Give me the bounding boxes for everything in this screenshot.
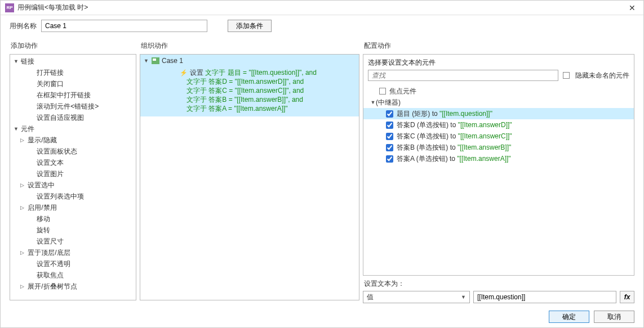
tree-item[interactable]: 旋转 bbox=[10, 224, 136, 236]
action-line: 文字于 答案C = "[[Item.answerC]]", and bbox=[144, 86, 356, 95]
organize-action-col: 组织动作 Case 1 ⚡设置 文字于 题目 = "[[Item.questio… bbox=[140, 39, 359, 303]
checkbox[interactable] bbox=[386, 122, 393, 129]
tree-item[interactable]: 启用/禁用 bbox=[10, 202, 136, 213]
action-line: 文字于 答案B = "[[Item.answerB]]", and bbox=[144, 95, 356, 104]
set-text-label: 设置文本为： bbox=[364, 279, 405, 289]
checkbox[interactable] bbox=[386, 133, 393, 140]
tree-item[interactable]: 设置面板状态 bbox=[10, 146, 136, 157]
checkbox[interactable] bbox=[386, 155, 393, 163]
close-icon[interactable]: ✕ bbox=[625, 3, 639, 12]
tree-item-label: 显示/隐藏 bbox=[28, 136, 56, 145]
checkbox[interactable] bbox=[386, 144, 393, 151]
checkbox-icon[interactable] bbox=[379, 88, 386, 95]
tree-item[interactable]: 设置尺寸 bbox=[10, 236, 136, 247]
add-action-header: 添加动作 bbox=[10, 39, 136, 54]
footer: 确定 取消 bbox=[549, 311, 634, 323]
tree-item[interactable]: 置于顶层/底层 bbox=[10, 247, 136, 258]
case-body[interactable]: ⚡设置 文字于 题目 = "[[Item.question]]", and 文字… bbox=[140, 67, 359, 116]
window-title: 用例编辑<每项加载 时> bbox=[17, 3, 625, 12]
ok-button[interactable]: 确定 bbox=[549, 311, 589, 323]
add-condition-button[interactable]: 添加条件 bbox=[228, 20, 272, 32]
value-row: 值 ▼ fx bbox=[363, 291, 634, 303]
tree-item[interactable]: 显示/隐藏 bbox=[10, 134, 136, 146]
configure-action-header: 配置动作 bbox=[363, 39, 634, 54]
tree-item-label: 移动 bbox=[37, 214, 50, 224]
tree-item[interactable]: 打开链接 bbox=[10, 67, 136, 78]
tree-item[interactable]: 设置列表选中项 bbox=[10, 191, 136, 202]
tree-item[interactable]: 滚动到元件<错链接> bbox=[10, 101, 136, 112]
chevron-right-icon bbox=[20, 137, 26, 143]
action-line: ⚡设置 文字于 题目 = "[[Item.question]]", and bbox=[144, 68, 356, 77]
tree-item[interactable]: 设置不透明 bbox=[10, 258, 136, 269]
tree-item[interactable]: 获取焦点 bbox=[10, 269, 136, 281]
tree-item-label: 设置图片 bbox=[37, 169, 64, 179]
tree-item[interactable]: 关闭窗口 bbox=[10, 78, 136, 89]
tree-item[interactable]: 移动 bbox=[10, 213, 136, 224]
chevron-down-icon: ▼ bbox=[461, 294, 466, 300]
widget-item-label: 答案D (单选按钮) to "[[Item.answerD]]" bbox=[397, 120, 512, 130]
tree-group-links[interactable]: 链接 bbox=[10, 56, 136, 67]
tree-item-label: 关闭窗口 bbox=[37, 79, 64, 89]
tree-item-label: 设置文本 bbox=[37, 158, 64, 168]
select-widget-header: 选择要设置文本的元件 bbox=[363, 55, 634, 70]
action-line: 文字于 答案D = "[[Item.answerD]]", and bbox=[144, 77, 356, 86]
value-type-dropdown[interactable]: 值 ▼ bbox=[363, 291, 470, 303]
tree-item[interactable]: 在框架中打开链接 bbox=[10, 89, 136, 101]
chevron-right-icon bbox=[20, 250, 26, 255]
case-name-label: 用例名称 bbox=[10, 21, 37, 31]
chevron-down-icon bbox=[14, 126, 19, 132]
configure-action-panel: 选择要设置文本的元件 隐藏未命名的元件 焦点元件 ▼ (中继器) 题目 (矩形)… bbox=[363, 54, 634, 276]
repeater-row[interactable]: ▼ (中继器) bbox=[363, 97, 634, 108]
fx-button[interactable]: fx bbox=[620, 291, 634, 303]
repeater-label: (中继器) bbox=[376, 98, 401, 107]
tree-item[interactable]: 设置文本 bbox=[10, 157, 136, 168]
focus-widget-label: 焦点元件 bbox=[389, 87, 416, 96]
widget-item-row[interactable]: 题目 (矩形) to "[[Item.question]]" bbox=[363, 108, 634, 119]
chevron-down-icon bbox=[144, 58, 149, 64]
widget-item-row[interactable]: 答案A (单选按钮) to "[[Item.answerA]]" bbox=[363, 153, 634, 164]
tree-item-label: 设置列表选中项 bbox=[37, 192, 84, 201]
focus-widget-row[interactable]: 焦点元件 bbox=[363, 86, 634, 97]
tree-item[interactable]: 设置图片 bbox=[10, 168, 136, 179]
tree-item-label: 设置自适应视图 bbox=[37, 113, 84, 123]
tree-item-label: 打开链接 bbox=[37, 68, 64, 78]
chevron-right-icon bbox=[20, 182, 26, 188]
tree-item[interactable]: 展开/折叠树节点 bbox=[10, 281, 136, 292]
workarea: 添加动作 链接 打开链接 关闭窗口 在框架中打开链接 滚动到元件<错链接> 设置… bbox=[1, 39, 643, 303]
widget-item-row[interactable]: 答案B (单选按钮) to "[[Item.answerB]]" bbox=[363, 142, 634, 153]
tree-item-label: 在框架中打开链接 bbox=[37, 91, 91, 100]
tree-group-widgets[interactable]: 元件 bbox=[10, 123, 136, 134]
tree-item-label: 置于顶层/底层 bbox=[28, 248, 70, 258]
chevron-down-icon bbox=[14, 59, 19, 64]
widget-item-row[interactable]: 答案C (单选按钮) to "[[Item.answerC]]" bbox=[363, 131, 634, 142]
tree-item-label: 获取焦点 bbox=[37, 271, 64, 280]
action-line: 文字于 答案A = "[[Item.answerA]]" bbox=[144, 104, 356, 113]
add-action-col: 添加动作 链接 打开链接 关闭窗口 在框架中打开链接 滚动到元件<错链接> 设置… bbox=[10, 39, 136, 303]
set-text-label-row: 设置文本为： bbox=[363, 276, 634, 291]
widget-tree: 焦点元件 ▼ (中继器) 题目 (矩形) to "[[Item.question… bbox=[363, 84, 634, 275]
case-name-input[interactable] bbox=[41, 20, 207, 32]
search-row: 隐藏未命名的元件 bbox=[363, 70, 634, 84]
topbar: 用例名称 添加条件 bbox=[1, 15, 643, 39]
value-option-label: 值 bbox=[367, 293, 374, 302]
tree-item-label: 设置选中 bbox=[28, 181, 55, 190]
expression-input[interactable] bbox=[473, 291, 616, 303]
widget-item-row[interactable]: 答案D (单选按钮) to "[[Item.answerD]]" bbox=[363, 119, 634, 131]
search-input[interactable] bbox=[368, 70, 558, 81]
checkbox-icon[interactable] bbox=[563, 72, 570, 79]
configure-action-col: 配置动作 选择要设置文本的元件 隐藏未命名的元件 焦点元件 ▼ (中继器) bbox=[363, 39, 634, 303]
add-action-panel: 链接 打开链接 关闭窗口 在框架中打开链接 滚动到元件<错链接> 设置自适应视图… bbox=[10, 54, 136, 300]
tree-item-label: 设置尺寸 bbox=[37, 237, 64, 246]
widget-item-label: 答案C (单选按钮) to "[[Item.answerC]]" bbox=[397, 132, 512, 141]
app-icon: RP bbox=[5, 3, 14, 12]
hide-unnamed-option[interactable]: 隐藏未命名的元件 bbox=[563, 71, 629, 80]
checkbox[interactable] bbox=[386, 110, 393, 118]
widget-item-label: 答案B (单选按钮) to "[[Item.answerB]]" bbox=[397, 143, 511, 152]
case-row[interactable]: Case 1 bbox=[140, 55, 359, 67]
tree-item[interactable]: 设置选中 bbox=[10, 179, 136, 191]
tree-label: 元件 bbox=[21, 124, 34, 134]
set-prefix: 设置 bbox=[190, 69, 203, 77]
case-label: Case 1 bbox=[162, 57, 183, 65]
tree-item[interactable]: 设置自适应视图 bbox=[10, 112, 136, 123]
cancel-button[interactable]: 取消 bbox=[594, 311, 634, 323]
